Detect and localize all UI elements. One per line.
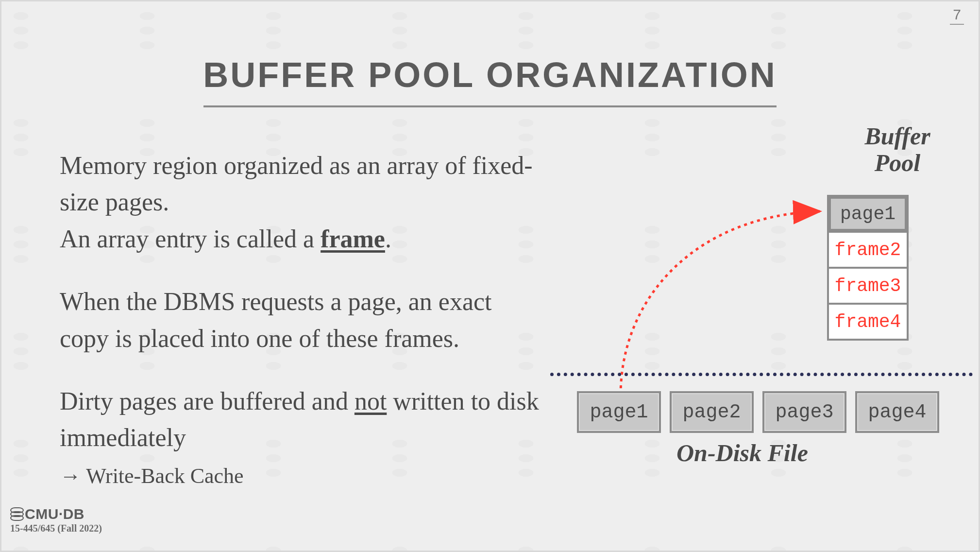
on-disk-file-label: On-Disk File (676, 439, 808, 467)
keyword-not: not (355, 387, 387, 415)
buffer-frame-3: frame3 (829, 269, 907, 305)
disk-page-1: page1 (577, 391, 661, 433)
buffer-pool-stack: page1 frame2 frame3 frame4 (827, 195, 909, 341)
footer-logo: CMU·DB (10, 506, 84, 522)
p1b-pre: An array entry is called a (60, 225, 321, 253)
page-number: 7 (950, 6, 964, 25)
buffer-frame-1: page1 (829, 197, 907, 233)
paragraph-3: Dirty pages are buffered and not written… (60, 383, 545, 493)
paragraph-2: When the DBMS requests a page, an exact … (60, 283, 545, 357)
keyword-frame: frame (321, 225, 385, 253)
title-underline (203, 105, 777, 107)
buffer-frame-2: frame2 (829, 233, 907, 269)
disk-page-4: page4 (855, 391, 939, 433)
p3-sub: → Write-Back Cache (60, 464, 244, 488)
bp-label-line1: Buffer (864, 122, 930, 150)
p1b-post: . (385, 225, 391, 253)
diagram: Buffer Pool page1 frame2 frame3 frame4 p… (550, 123, 973, 483)
buffer-frame-4: frame4 (829, 305, 907, 339)
body-text: Memory region organized as an array of f… (60, 147, 545, 519)
footer-logo-text: CMU·DB (25, 506, 84, 522)
buffer-pool-label: Buffer Pool (834, 123, 961, 176)
slide-title: BUFFER POOL ORGANIZATION (1, 55, 979, 95)
memory-disk-divider (550, 373, 973, 376)
database-icon (10, 507, 22, 521)
p3-pre: Dirty pages are buffered and (60, 387, 355, 415)
disk-page-2: page2 (670, 391, 754, 433)
slide: 7 BUFFER POOL ORGANIZATION Memory region… (0, 0, 980, 552)
disk-pages-row: page1 page2 page3 page4 (577, 391, 939, 433)
paragraph-1: Memory region organized as an array of f… (60, 147, 545, 257)
bp-label-line2: Pool (875, 149, 920, 176)
p1-line-a: Memory region organized as an array of f… (60, 152, 533, 216)
footer-course-text: 15-445/645 (Fall 2022) (10, 523, 102, 534)
disk-page-3: page3 (762, 391, 846, 433)
